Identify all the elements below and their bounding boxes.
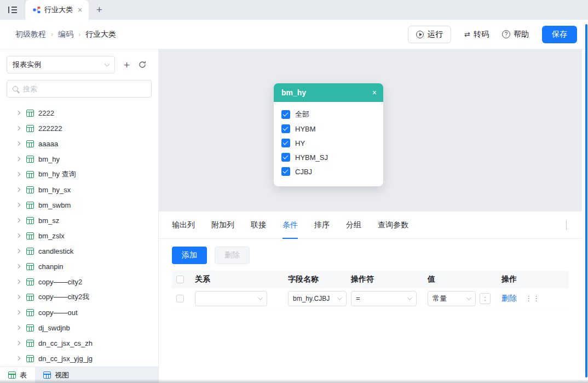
tree-item[interactable]: chanpin (0, 259, 158, 274)
chevron-right-icon[interactable] (16, 141, 20, 146)
breadcrumb-separator: › (78, 31, 80, 38)
sidebar-controls: 报表实例 + (0, 49, 158, 73)
tab-query-params[interactable]: 查询参数 (378, 211, 408, 238)
new-tab-button[interactable]: + (89, 0, 109, 20)
tab-conditions[interactable]: 条件 (283, 211, 298, 238)
tree-item[interactable]: bm_swbm (0, 197, 158, 213)
table-icon (26, 232, 34, 239)
tree-item[interactable]: copy——out (0, 305, 158, 320)
chevron-right-icon[interactable] (16, 111, 20, 115)
drag-handle-icon[interactable]: ⋮⋮ (525, 294, 540, 302)
tab-grouping[interactable]: 分组 (346, 211, 361, 238)
tree-item[interactable]: copy——city2 (0, 274, 158, 289)
tree-item[interactable]: bm_sz (0, 213, 158, 228)
field-row[interactable]: 全部 (281, 107, 376, 122)
chevron-right-icon[interactable] (16, 126, 20, 130)
delete-row-link[interactable]: 删除 (501, 294, 517, 304)
chevron-right-icon[interactable] (16, 356, 20, 361)
table-card-header[interactable]: bm_hy × (274, 83, 383, 102)
header-actions: 运行 ⇄ 转码 ? 帮助 保存 (408, 26, 577, 43)
chevron-right-icon[interactable] (16, 233, 20, 238)
value-editor-button[interactable]: : (480, 293, 491, 304)
tree-item[interactable]: bm_hy 查询 (0, 167, 158, 182)
checkbox-checked-icon[interactable] (281, 139, 290, 147)
chevron-right-icon[interactable] (16, 264, 20, 268)
checkbox-checked-icon[interactable] (281, 153, 290, 162)
breadcrumb-item[interactable]: 初级教程 (15, 30, 46, 39)
tree-item[interactable]: bm_zslx (0, 228, 158, 243)
field-row[interactable]: HY (281, 136, 376, 150)
close-icon[interactable]: × (372, 88, 377, 97)
tree-item[interactable]: copy——city2我 (0, 289, 158, 305)
table-icon (26, 156, 34, 163)
panel-tabs: 输出列 附加列 联接 条件 排序 分组 查询参数 (159, 211, 582, 239)
transcode-button[interactable]: ⇄ 转码 (464, 30, 489, 39)
table-icon (26, 340, 34, 347)
table-icon (26, 217, 34, 224)
column-header-field-name: 字段名称 (284, 275, 347, 284)
table-icon (26, 355, 34, 362)
sidebar-tab-tables[interactable]: 表 (0, 367, 35, 383)
chevron-right-icon[interactable] (16, 187, 20, 192)
conditions-toolbar: 添加 删除 (159, 239, 582, 271)
help-button[interactable]: ? 帮助 (502, 30, 529, 39)
field-row[interactable]: HYBM (281, 122, 376, 136)
tree-item[interactable]: 2222 (0, 105, 158, 121)
checkbox-checked-icon[interactable] (281, 110, 290, 119)
play-icon (416, 31, 424, 38)
tab-order[interactable]: 排序 (314, 211, 330, 238)
select-all-checkbox[interactable] (176, 276, 184, 283)
chevron-right-icon[interactable] (16, 325, 20, 330)
chevron-right-icon[interactable] (16, 295, 20, 299)
chevron-right-icon[interactable] (16, 249, 20, 253)
add-condition-button[interactable]: 添加 (172, 247, 207, 264)
field-select[interactable]: bm_hy.CJBJ (288, 291, 347, 306)
column-header-actions: 操作 (497, 275, 569, 284)
sidebar-toggle-button[interactable] (0, 0, 25, 20)
column-header-relation: 关系 (191, 275, 284, 284)
row-checkbox[interactable] (176, 295, 184, 302)
search-input[interactable] (23, 85, 146, 93)
breadcrumb-item[interactable]: 编码 (58, 30, 73, 39)
table-card-bm_hy[interactable]: bm_hy × 全部 HYBM HY HYBM_SJ CJBJ (274, 83, 383, 186)
refresh-button[interactable] (139, 61, 146, 68)
relation-select[interactable] (195, 291, 267, 306)
delete-condition-button[interactable]: 删除 (215, 247, 250, 264)
chevron-right-icon[interactable] (16, 203, 20, 207)
operator-select[interactable]: = (351, 291, 417, 306)
field-row[interactable]: CJBJ (281, 164, 376, 179)
chevron-right-icon[interactable] (16, 341, 20, 345)
field-row[interactable]: HYBM_SJ (281, 150, 376, 164)
table-icon (26, 278, 34, 285)
chevron-right-icon[interactable] (16, 157, 20, 161)
tab-joins[interactable]: 联接 (251, 211, 266, 238)
close-icon[interactable]: × (77, 5, 83, 14)
tree-item[interactable]: dn_cc_jsx_cs_zh (0, 335, 158, 351)
save-button[interactable]: 保存 (542, 26, 577, 43)
chevron-right-icon[interactable] (16, 172, 20, 176)
tree-item[interactable]: 222222 (0, 121, 158, 136)
value-type-select[interactable]: 常量 (428, 291, 476, 306)
checkbox-checked-icon[interactable] (281, 167, 290, 176)
collapse-panel-button[interactable] (564, 218, 569, 232)
table-icon (26, 309, 34, 316)
chevron-right-icon[interactable] (16, 279, 20, 284)
tab-industry-category[interactable]: 行业大类 × (25, 0, 89, 20)
chevron-right-icon[interactable] (16, 218, 20, 222)
tree-item[interactable]: bm_hy (0, 151, 158, 167)
run-button[interactable]: 运行 (408, 26, 451, 43)
add-instance-button[interactable]: + (124, 60, 130, 70)
query-designer-canvas[interactable]: bm_hy × 全部 HYBM HY HYBM_SJ CJBJ (159, 49, 582, 211)
tree-item[interactable]: bm_hy_sx (0, 182, 158, 197)
tree-item[interactable]: dn_cc_jsx_yjg_jg (0, 351, 158, 366)
sidebar-tab-views[interactable]: 视图 (35, 367, 77, 383)
checkbox-checked-icon[interactable] (281, 124, 290, 133)
tab-output-columns[interactable]: 输出列 (172, 211, 195, 238)
tree-item[interactable]: aaaaa (0, 136, 158, 151)
tab-additional-columns[interactable]: 附加列 (211, 211, 234, 238)
chevron-right-icon[interactable] (16, 310, 20, 315)
scrollbar-thumb[interactable] (585, 24, 587, 378)
tree-item[interactable]: candlestick (0, 243, 158, 259)
instance-type-select[interactable]: 报表实例 (7, 56, 115, 73)
tree-item[interactable]: dj_swdjnb (0, 320, 158, 335)
